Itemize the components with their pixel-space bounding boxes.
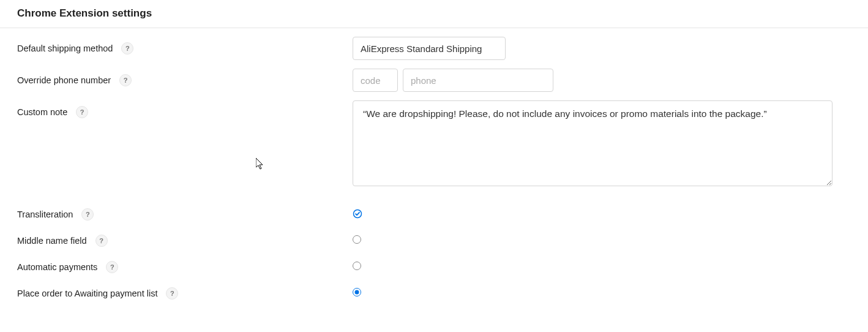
label-col: Automatic payments ? [17, 255, 353, 273]
label-col: Custom note ? [17, 100, 353, 118]
custom-note-textarea[interactable] [353, 100, 832, 186]
transliteration-label: Transliteration [17, 209, 73, 219]
input-col [353, 203, 851, 221]
help-icon[interactable]: ? [121, 42, 133, 55]
phone-number-input[interactable] [403, 69, 553, 92]
automatic-payments-label: Automatic payments [17, 262, 97, 272]
row-override-phone: Override phone number ? [17, 69, 851, 92]
awaiting-payment-label: Place order to Awaiting payment list [17, 289, 157, 298]
middle-name-label: Middle name field [17, 236, 87, 246]
shipping-select[interactable] [353, 37, 506, 60]
row-middle-name: Middle name field ? [17, 229, 851, 247]
transliteration-checkbox[interactable] [353, 209, 362, 219]
input-col [353, 255, 851, 272]
row-custom-note: Custom note ? [17, 100, 851, 188]
middle-name-radio[interactable] [353, 235, 361, 244]
awaiting-payment-radio[interactable] [353, 288, 361, 296]
row-automatic-payments: Automatic payments ? [17, 255, 851, 273]
override-phone-label: Override phone number [17, 75, 111, 85]
help-icon[interactable]: ? [166, 287, 178, 300]
label-col: Middle name field ? [17, 229, 353, 247]
label-col: Default shipping method ? [17, 37, 353, 55]
custom-note-label: Custom note [17, 107, 67, 117]
help-icon[interactable]: ? [95, 235, 108, 247]
label-col: Override phone number ? [17, 69, 353, 86]
input-col [353, 69, 851, 92]
page-title: Chrome Extension settings [0, 0, 868, 28]
input-col [353, 282, 851, 298]
help-icon[interactable]: ? [81, 208, 94, 221]
input-col [353, 229, 851, 246]
row-awaiting-payment: Place order to Awaiting payment list ? [17, 282, 851, 300]
default-shipping-label: Default shipping method [17, 43, 113, 53]
row-default-shipping: Default shipping method ? [17, 37, 851, 60]
help-icon[interactable]: ? [106, 261, 118, 273]
automatic-payments-radio[interactable] [353, 262, 361, 270]
label-col: Place order to Awaiting payment list ? [17, 282, 353, 300]
phone-group [353, 69, 851, 92]
input-col [353, 37, 851, 60]
row-transliteration: Transliteration ? [17, 203, 851, 221]
shipping-select-wrap [353, 37, 506, 60]
settings-form: Default shipping method ? Override phone… [0, 28, 868, 317]
label-col: Transliteration ? [17, 203, 353, 221]
help-icon[interactable]: ? [76, 106, 88, 118]
input-col [353, 100, 851, 188]
phone-code-input[interactable] [353, 69, 398, 92]
help-icon[interactable]: ? [119, 74, 132, 86]
